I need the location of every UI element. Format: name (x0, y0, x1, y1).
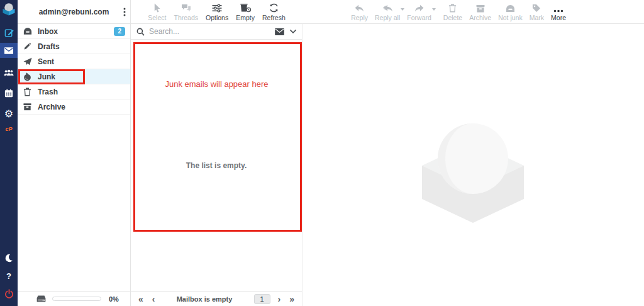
search-bar (131, 24, 302, 40)
not-junk-inbox-icon (506, 3, 515, 13)
reply-arrow-icon (355, 3, 364, 13)
select-cursor-icon (153, 3, 161, 13)
quota-footer: 0% (18, 291, 130, 306)
refresh-button[interactable]: Refresh (260, 1, 288, 23)
folder-label: Inbox (38, 27, 58, 36)
message-list-panel: The list is empty. « ‹ Mailbox is empty … (131, 24, 303, 306)
last-page-icon[interactable]: » (289, 295, 294, 303)
folder-trash[interactable]: Trash (18, 84, 130, 99)
reply-button[interactable]: Reply (348, 1, 370, 23)
forward-caret-icon[interactable] (432, 8, 436, 11)
roundcube-logo-icon (1, 2, 16, 19)
archive-box-icon (476, 3, 485, 13)
account-email: admin@rebuni.com (39, 8, 109, 16)
quota-progress-bar (52, 297, 101, 301)
roundcube-watermark-logo (409, 104, 541, 229)
folder-label: Sent (38, 57, 54, 66)
logout-power-icon[interactable] (0, 286, 18, 301)
not-junk-button[interactable]: Not junk (496, 1, 525, 23)
main-toolbar: Select Threads Options Empty Refresh (131, 0, 644, 24)
forward-arrow-icon (414, 3, 424, 13)
inbox-icon (23, 27, 32, 36)
reply-all-arrows-icon (382, 3, 393, 13)
settings-gear-icon[interactable]: ⚙ (0, 106, 18, 121)
message-toolbar: Reply Reply all Forward Delete Archive (348, 1, 569, 23)
next-page-icon[interactable]: › (278, 295, 281, 303)
search-options-chevron-icon[interactable] (290, 30, 296, 33)
folder-label: Drafts (38, 42, 60, 51)
content-pane (303, 25, 644, 306)
more-button[interactable]: More (548, 1, 569, 23)
unread-badge: 2 (114, 27, 125, 36)
mailbox-status: Mailbox is empty (155, 295, 253, 303)
threads-button[interactable]: Threads (171, 1, 201, 23)
storage-disk-icon (36, 295, 46, 302)
folder-drafts[interactable]: Drafts (18, 39, 130, 54)
mail-nav-icon[interactable] (0, 43, 18, 58)
mark-button[interactable]: Mark (527, 1, 547, 23)
page-number-input[interactable] (254, 294, 270, 304)
search-input[interactable] (149, 27, 270, 36)
archive-box-icon (23, 103, 32, 111)
delete-trash-icon (448, 3, 457, 13)
folder-junk[interactable]: Junk (18, 69, 130, 84)
folder-label: Archive (38, 103, 65, 111)
delete-button[interactable]: Delete (441, 1, 465, 23)
more-dots-icon (553, 3, 564, 13)
cpanel-icon[interactable]: cP (0, 123, 18, 135)
calendar-nav-icon[interactable] (0, 86, 18, 101)
trash-icon (23, 88, 32, 96)
folder-sent[interactable]: Sent (18, 54, 130, 69)
drafts-pencil-icon (23, 42, 32, 51)
archive-button[interactable]: Archive (467, 1, 494, 23)
folder-archive[interactable]: Archive (18, 99, 130, 115)
help-icon[interactable]: ? (0, 268, 18, 283)
account-menu-kebab-icon[interactable] (123, 8, 126, 19)
folder-inbox[interactable]: Inbox 2 (18, 24, 130, 39)
forward-button[interactable]: Forward (404, 1, 434, 23)
quota-percent: 0% (109, 295, 119, 303)
sent-plane-icon (23, 57, 32, 66)
list-empty-text: The list is empty. (131, 161, 302, 170)
options-sliders-icon (212, 3, 222, 13)
list-pagination: « ‹ Mailbox is empty › » (131, 291, 302, 306)
junk-flame-icon (23, 72, 32, 81)
empty-folder-button[interactable]: Empty (233, 1, 257, 23)
annotation-junk-hint-text: Junk emails will appear here (131, 79, 303, 89)
contacts-nav-icon[interactable] (0, 65, 18, 81)
first-page-icon[interactable]: « (138, 295, 143, 303)
list-toolbar: Select Threads Options Empty Refresh (131, 1, 303, 23)
webmail-app: ⚙ cP ? admin@rebuni.com Inbox 2 (0, 0, 644, 306)
folder-label: Junk (38, 72, 55, 81)
compose-icon[interactable] (0, 25, 18, 40)
search-icon (136, 28, 145, 36)
empty-purge-icon (240, 3, 251, 13)
select-button[interactable]: Select (145, 1, 169, 23)
mark-tag-icon (532, 3, 541, 13)
dark-mode-moon-icon[interactable] (0, 251, 18, 266)
threads-bubbles-icon (181, 3, 191, 13)
reply-all-button[interactable]: Reply all (372, 1, 402, 23)
folder-label: Trash (38, 88, 58, 96)
refresh-icon (269, 3, 279, 13)
search-scope-envelope-icon[interactable] (275, 28, 284, 35)
app-rail: ⚙ cP ? (0, 0, 18, 306)
options-button[interactable]: Options (203, 1, 231, 23)
folders-panel: admin@rebuni.com Inbox 2 Drafts Sent (18, 0, 131, 306)
account-bar: admin@rebuni.com (18, 0, 130, 24)
